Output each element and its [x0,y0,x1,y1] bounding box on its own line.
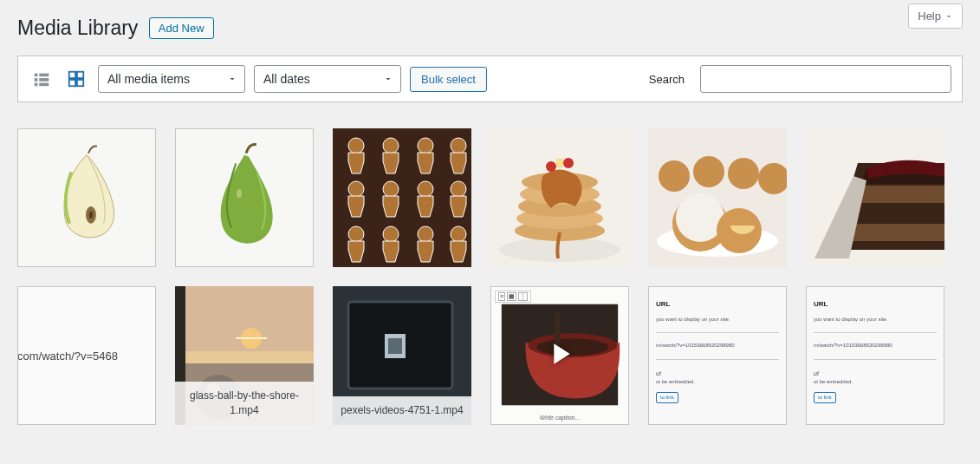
media-item-pexels-video[interactable]: pexels-videos-4751-1.mp4 [333,286,471,425]
svg-rect-37 [556,159,563,167]
svg-point-21 [383,181,399,197]
svg-rect-60 [175,351,314,363]
doc-link-btn: to link [814,392,836,404]
cropped-url-text: ebook.com/watch/?v=5468 [17,350,118,363]
help-label: Help [918,10,941,23]
doc-title: URL [814,299,937,310]
filter-media-select[interactable]: All media items [98,65,245,93]
pear-half-image [18,129,155,266]
chevron-down-icon [944,12,953,21]
search-input[interactable] [700,65,951,93]
svg-point-14 [237,189,242,198]
svg-point-17 [383,138,399,154]
media-item-donuts[interactable] [648,128,787,267]
pear-whole-image [176,129,313,266]
doc-title: URL [656,299,779,310]
page-title: Media Library [17,9,138,43]
media-item-url-embed-2[interactable]: URL you want to display on your site. m/… [806,286,944,425]
media-caption: pexels-videos-4751-1.mp4 [333,396,471,425]
grid-view-button[interactable] [63,66,89,92]
media-caption: glass-ball-by-the-shore-1.mp4 [175,382,314,425]
svg-point-49 [706,225,708,226]
bulk-select-button[interactable]: Bulk select [410,67,487,92]
svg-rect-0 [35,74,38,77]
svg-rect-8 [69,80,75,86]
cake-image [806,128,944,267]
doc-subhead: ut [814,369,937,378]
list-view-button[interactable] [29,66,55,92]
svg-point-16 [348,138,364,154]
doc-subhead: ut [656,369,779,378]
doc-desc: you want to display on your site. [814,316,937,324]
svg-point-19 [451,138,466,154]
svg-rect-2 [35,78,38,82]
svg-rect-68 [388,338,402,354]
donuts-image [648,128,787,267]
svg-rect-3 [39,78,49,82]
svg-point-18 [418,138,433,154]
svg-point-26 [418,226,433,242]
svg-point-27 [451,226,466,242]
media-toolbar: All media items All dates Bulk select Se… [17,56,963,102]
svg-rect-1 [39,74,49,77]
svg-rect-4 [35,83,38,87]
filter-dates-select[interactable]: All dates [254,65,401,93]
svg-rect-9 [77,80,83,86]
media-item-glass-ball-shore[interactable]: glass-ball-by-the-shore-1.mp4 [175,286,314,425]
media-grid: ebook.com/watch/?v=5468 glass-ball-by-th… [17,128,963,425]
svg-point-47 [699,214,701,216]
doc-err: ot be embedded. [814,378,937,387]
help-button[interactable]: Help [908,3,963,29]
caption-placeholder: Write caption... [491,415,628,421]
doc-link-btn: to link [656,392,678,404]
media-item-facebook-url[interactable]: ebook.com/watch/?v=5468 [17,286,156,425]
svg-point-41 [693,156,724,187]
gingerbread-image [333,128,471,267]
search-label: Search [649,73,685,86]
svg-rect-5 [39,83,49,87]
media-item-gingerbread[interactable] [333,128,471,267]
play-icon [542,337,577,375]
media-item-pear-half[interactable] [17,128,156,267]
svg-point-36 [563,158,574,168]
svg-marker-53 [847,205,944,222]
svg-point-35 [546,161,556,172]
media-item-cake[interactable] [806,128,944,267]
media-item-coffee-pour[interactable]: ≡▦⋮ Write caption... [490,286,629,425]
list-view-icon [32,69,51,88]
media-item-pancakes[interactable] [490,128,629,267]
grid-view-icon [67,69,86,88]
doc-url: m/watch/?v=10153668920298980 [656,342,779,350]
doc-url: m/watch/?v=10153668920298980 [814,342,937,350]
svg-point-40 [659,160,690,192]
add-new-button[interactable]: Add New [149,17,214,39]
svg-point-22 [418,181,433,197]
svg-point-23 [451,181,466,197]
media-item-url-embed-1[interactable]: URL you want to display on your site. m/… [648,286,787,425]
svg-rect-7 [77,72,83,78]
svg-point-20 [348,181,364,197]
svg-point-12 [89,212,93,219]
svg-point-24 [348,226,364,242]
svg-point-25 [383,226,399,242]
svg-point-42 [728,158,759,189]
pancakes-image [490,128,629,267]
svg-rect-6 [69,72,75,78]
svg-marker-54 [854,186,944,203]
doc-desc: you want to display on your site. [656,316,779,324]
doc-err: ot be embedded. [656,378,779,387]
media-item-pear-whole[interactable] [175,128,314,267]
svg-point-48 [694,221,696,223]
